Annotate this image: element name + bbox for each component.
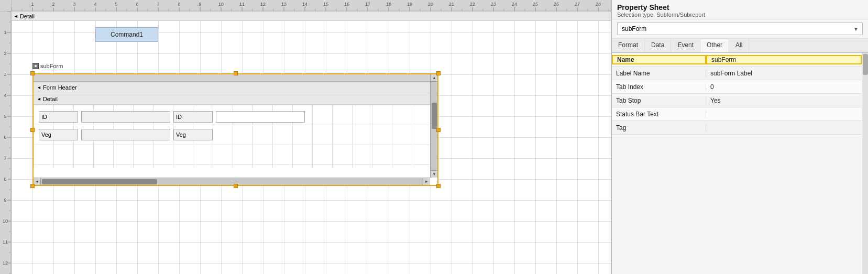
panel-tabs: Format Data Event Other All: [612, 39, 868, 53]
prop-value-labelname[interactable]: subForm Label: [706, 70, 862, 77]
prop-value-tabindex[interactable]: 0: [706, 83, 862, 91]
tab-data[interactable]: Data: [645, 39, 671, 52]
subform-inner-ruler-h: /* ticks added via JS */: [34, 74, 437, 82]
svg-text:22: 22: [470, 2, 475, 7]
svg-text:10: 10: [218, 2, 224, 7]
tab-all[interactable]: All: [729, 39, 749, 52]
svg-text:3: 3: [73, 2, 75, 7]
prop-name-name: Name: [612, 55, 706, 64]
id-input[interactable]: [216, 111, 305, 123]
id-spacer: [81, 111, 170, 123]
detail-arrow: ◄: [14, 14, 18, 19]
panel-header: Property Sheet Selection type: Subform/S…: [612, 0, 868, 19]
command1-button[interactable]: Command1: [95, 27, 158, 42]
tab-event[interactable]: Event: [671, 39, 700, 52]
svg-text:16: 16: [344, 2, 349, 7]
panel-dropdown-row: subForm ▼: [612, 19, 868, 39]
prop-name-tabstop: Tab Stop: [612, 97, 706, 104]
dropdown-wrapper: subForm ▼: [617, 23, 863, 35]
prop-value-name[interactable]: subForm: [706, 55, 862, 64]
prop-row-tag: Tag: [612, 121, 862, 135]
ruler-left: 123456789101112131415: [0, 12, 12, 274]
vscroll-track2[interactable]: [431, 130, 437, 170]
svg-point-139: [35, 65, 37, 67]
svg-text:10: 10: [3, 218, 8, 224]
prop-value-tabstop[interactable]: Yes: [706, 97, 862, 104]
veg-row: Veg Veg: [39, 129, 213, 140]
prop-row-tabstop: Tab Stop Yes: [612, 94, 862, 107]
vscroll-up-btn[interactable]: ▲: [431, 74, 438, 82]
inner-detail-arrow: ◄: [37, 96, 41, 102]
svg-text:11: 11: [3, 239, 8, 245]
resize-bottomleft[interactable]: [30, 184, 35, 188]
id-row: ID ID: [39, 111, 305, 123]
veg-label-cell: Veg: [39, 129, 78, 140]
svg-text:8: 8: [4, 177, 6, 182]
svg-text:8: 8: [178, 2, 180, 7]
tab-other[interactable]: Other: [700, 39, 729, 52]
svg-text:1: 1: [4, 30, 6, 35]
subform-vscroll[interactable]: ▲ ▼: [430, 74, 437, 178]
resize-bottomright[interactable]: [436, 184, 441, 188]
svg-text:24: 24: [512, 2, 517, 7]
resize-topleft[interactable]: [30, 71, 35, 75]
svg-text:18: 18: [386, 2, 391, 7]
prop-name-tag: Tag: [612, 124, 706, 131]
subform-control[interactable]: /* ticks added via JS */ ◄ Form Header ◄…: [32, 73, 438, 186]
svg-text:20: 20: [428, 2, 433, 7]
hscroll-left-btn[interactable]: ◄: [34, 178, 41, 185]
svg-text:4: 4: [4, 93, 6, 98]
panel-subtitle: Selection type: Subform/Subreport: [617, 12, 863, 18]
resize-right[interactable]: [436, 128, 441, 132]
prop-row-statusbar: Status Bar Text: [612, 107, 862, 121]
resize-topright[interactable]: [436, 71, 441, 75]
detail-band-label: ◄ Detail: [12, 12, 611, 21]
prop-name-statusbar: Status Bar Text: [612, 111, 706, 118]
property-panel: Property Sheet Selection type: Subform/S…: [611, 0, 868, 274]
svg-text:6: 6: [136, 2, 138, 7]
svg-text:9: 9: [4, 198, 6, 203]
hscroll-right-btn[interactable]: ►: [423, 178, 430, 185]
resize-bottom[interactable]: [234, 184, 238, 188]
vscroll-down-btn[interactable]: ▼: [431, 170, 438, 178]
svg-text:13: 13: [281, 2, 287, 7]
veg-spacer: [81, 129, 170, 140]
ruler-top: 1234567891011121314151617181920212223242…: [12, 0, 611, 12]
prop-row-tabindex: Tab Index 0: [612, 80, 862, 94]
subform-hscroll[interactable]: ◄ ►: [34, 178, 430, 185]
svg-text:21: 21: [449, 2, 454, 7]
property-body: Name subForm Label Name subForm Label Ta…: [612, 53, 868, 274]
svg-text:6: 6: [4, 135, 6, 140]
svg-text:4: 4: [94, 2, 96, 7]
header-arrow: ◄: [37, 85, 41, 90]
svg-text:15: 15: [323, 2, 328, 7]
subform-border: /* ticks added via JS */ ◄ Form Header ◄…: [32, 73, 438, 186]
property-table: Name subForm Label Name subForm Label Ta…: [612, 53, 862, 274]
svg-text:17: 17: [365, 2, 370, 7]
design-surface: ◄ Detail Command1 subForm: [12, 12, 611, 274]
property-scroll-thumb[interactable]: [863, 54, 868, 75]
object-selector[interactable]: subForm: [617, 23, 863, 35]
hscroll-thumb[interactable]: [42, 179, 157, 184]
resize-top[interactable]: [234, 71, 238, 75]
veg-label2: Veg: [173, 129, 213, 140]
vscroll-track[interactable]: [431, 82, 437, 102]
tab-format[interactable]: Format: [612, 39, 645, 52]
prop-name-tabindex: Tab Index: [612, 83, 706, 91]
svg-text:7: 7: [4, 156, 6, 161]
resize-left[interactable]: [30, 128, 35, 132]
svg-text:28: 28: [596, 2, 601, 7]
svg-text:25: 25: [533, 2, 538, 7]
detail-label: Detail: [20, 13, 35, 19]
inner-detail-label: Detail: [43, 96, 58, 102]
svg-text:7: 7: [157, 2, 159, 7]
svg-text:23: 23: [491, 2, 496, 7]
prop-row-labelname: Label Name subForm Label: [612, 67, 862, 80]
property-scrollbar[interactable]: [862, 53, 868, 274]
vscroll-thumb[interactable]: [432, 103, 437, 129]
subform-move-handle[interactable]: [32, 63, 39, 69]
id-label2: ID: [173, 111, 213, 123]
inner-grid: ID ID Veg Veg: [34, 105, 437, 168]
inner-form-header-label: Form Header: [43, 84, 77, 91]
prop-name-labelname: Label Name: [612, 70, 706, 77]
